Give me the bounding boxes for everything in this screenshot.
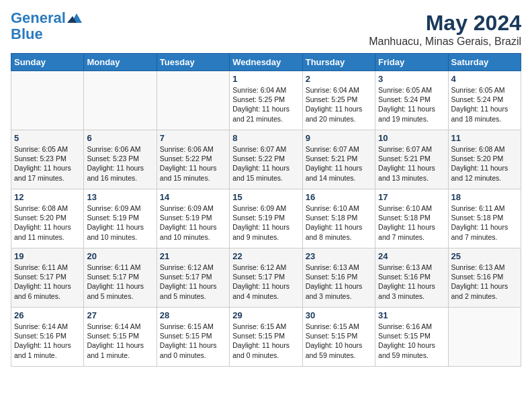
cell-info: Sunrise: 6:12 AM [160, 263, 226, 272]
calendar-cell: 5Sunrise: 6:05 AMSunset: 5:23 PMDaylight… [11, 130, 84, 189]
cell-info: Sunset: 5:18 PM [451, 213, 518, 222]
cell-info: Daylight: 11 hours and 0 minutes. [232, 340, 299, 359]
day-number: 17 [378, 192, 445, 202]
cell-info: Daylight: 11 hours and 4 minutes. [232, 281, 299, 300]
day-number: 14 [160, 192, 226, 202]
day-number: 2 [306, 74, 372, 84]
calendar-week-1: 1Sunrise: 6:04 AMSunset: 5:25 PMDaylight… [11, 71, 521, 130]
day-number: 29 [232, 310, 299, 320]
logo: General Blue [11, 11, 82, 43]
cell-info: Daylight: 11 hours and 2 minutes. [451, 281, 518, 300]
calendar-cell: 27Sunrise: 6:14 AMSunset: 5:15 PMDayligh… [84, 308, 157, 367]
cell-info: Sunrise: 6:05 AM [378, 85, 445, 95]
calendar-cell: 29Sunrise: 6:15 AMSunset: 5:15 PMDayligh… [230, 308, 302, 367]
cell-info: Sunrise: 6:04 AM [232, 85, 299, 95]
calendar-cell: 18Sunrise: 6:11 AMSunset: 5:18 PMDayligh… [448, 189, 521, 248]
cell-info: Sunrise: 6:10 AM [306, 203, 372, 213]
cell-info: Sunset: 5:24 PM [451, 95, 518, 104]
calendar-cell: 2Sunrise: 6:04 AMSunset: 5:25 PMDaylight… [302, 71, 375, 130]
calendar-cell [11, 71, 84, 130]
day-number: 25 [451, 251, 518, 261]
cell-info: Sunrise: 6:07 AM [378, 144, 445, 154]
calendar-cell: 31Sunrise: 6:16 AMSunset: 5:15 PMDayligh… [375, 308, 448, 367]
day-header-thursday: Thursday [302, 54, 375, 71]
cell-info: Daylight: 11 hours and 5 minutes. [87, 281, 153, 300]
cell-info: Sunrise: 6:09 AM [232, 203, 299, 213]
cell-info: Sunrise: 6:09 AM [87, 203, 153, 213]
cell-info: Sunset: 5:24 PM [378, 95, 445, 104]
calendar-body: 1Sunrise: 6:04 AMSunset: 5:25 PMDaylight… [11, 71, 521, 367]
calendar-cell: 12Sunrise: 6:08 AMSunset: 5:20 PMDayligh… [11, 189, 84, 248]
cell-info: Daylight: 11 hours and 5 minutes. [160, 281, 226, 300]
day-number: 4 [451, 74, 518, 84]
day-number: 1 [232, 74, 299, 84]
cell-info: Sunrise: 6:12 AM [232, 263, 299, 272]
day-number: 27 [87, 310, 153, 320]
cell-info: Daylight: 11 hours and 15 minutes. [160, 163, 226, 182]
calendar-cell: 1Sunrise: 6:04 AMSunset: 5:25 PMDaylight… [230, 71, 302, 130]
calendar-header-row: SundayMondayTuesdayWednesdayThursdayFrid… [11, 54, 521, 71]
cell-info: Daylight: 11 hours and 6 minutes. [14, 281, 81, 300]
cell-info: Sunrise: 6:05 AM [14, 144, 81, 154]
cell-info: Sunrise: 6:16 AM [378, 322, 445, 331]
cell-info: Daylight: 11 hours and 19 minutes. [378, 104, 445, 123]
day-number: 18 [451, 192, 518, 202]
day-number: 12 [14, 192, 81, 202]
cell-info: Sunrise: 6:14 AM [87, 322, 153, 331]
cell-info: Sunset: 5:17 PM [160, 272, 226, 281]
day-number: 23 [306, 251, 372, 261]
cell-info: Daylight: 11 hours and 7 minutes. [378, 222, 445, 241]
cell-info: Daylight: 11 hours and 21 minutes. [232, 104, 299, 123]
cell-info: Sunset: 5:16 PM [451, 272, 518, 281]
calendar-cell: 28Sunrise: 6:15 AMSunset: 5:15 PMDayligh… [157, 308, 229, 367]
cell-info: Sunset: 5:25 PM [306, 95, 372, 104]
day-number: 8 [232, 133, 299, 143]
cell-info: Daylight: 11 hours and 16 minutes. [87, 163, 153, 182]
cell-info: Daylight: 11 hours and 13 minutes. [378, 163, 445, 182]
day-number: 22 [232, 251, 299, 261]
cell-info: Sunset: 5:19 PM [232, 213, 299, 222]
cell-info: Sunset: 5:16 PM [14, 331, 81, 340]
cell-info: Sunrise: 6:11 AM [87, 263, 153, 272]
cell-info: Sunset: 5:19 PM [87, 213, 153, 222]
cell-info: Sunset: 5:22 PM [232, 154, 299, 163]
cell-info: Sunset: 5:19 PM [160, 213, 226, 222]
calendar-table: SundayMondayTuesdayWednesdayThursdayFrid… [11, 53, 521, 367]
cell-info: Sunrise: 6:11 AM [451, 203, 518, 213]
cell-info: Sunset: 5:18 PM [306, 213, 372, 222]
calendar-week-3: 12Sunrise: 6:08 AMSunset: 5:20 PMDayligh… [11, 189, 521, 248]
calendar-cell [448, 308, 521, 367]
calendar-subtitle: Manhuacu, Minas Gerais, Brazil [369, 36, 521, 48]
cell-info: Sunset: 5:21 PM [378, 154, 445, 163]
cell-info: Daylight: 11 hours and 7 minutes. [451, 222, 518, 241]
calendar-cell: 25Sunrise: 6:13 AMSunset: 5:16 PMDayligh… [448, 248, 521, 308]
day-number: 24 [378, 251, 445, 261]
calendar-cell: 30Sunrise: 6:15 AMSunset: 5:15 PMDayligh… [302, 308, 375, 367]
day-number: 30 [306, 310, 372, 320]
day-number: 16 [306, 192, 372, 202]
day-number: 26 [14, 310, 81, 320]
logo-blue: Blue [11, 26, 43, 43]
cell-info: Daylight: 11 hours and 12 minutes. [451, 163, 518, 182]
cell-info: Daylight: 11 hours and 18 minutes. [451, 104, 518, 123]
cell-info: Sunset: 5:15 PM [306, 331, 372, 340]
cell-info: Sunrise: 6:06 AM [160, 144, 226, 154]
cell-info: Sunrise: 6:08 AM [451, 144, 518, 154]
cell-info: Sunrise: 6:15 AM [232, 322, 299, 331]
cell-info: Daylight: 11 hours and 1 minute. [14, 340, 81, 359]
logo-icon [67, 11, 82, 26]
day-number: 28 [160, 310, 226, 320]
cell-info: Sunrise: 6:08 AM [14, 203, 81, 213]
day-header-saturday: Saturday [448, 54, 521, 71]
page-header: General Blue May 2024 Manhuacu, Minas Ge… [11, 11, 521, 48]
calendar-week-4: 19Sunrise: 6:11 AMSunset: 5:17 PMDayligh… [11, 248, 521, 308]
cell-info: Daylight: 11 hours and 20 minutes. [306, 104, 372, 123]
calendar-cell: 19Sunrise: 6:11 AMSunset: 5:17 PMDayligh… [11, 248, 84, 308]
calendar-week-2: 5Sunrise: 6:05 AMSunset: 5:23 PMDaylight… [11, 130, 521, 189]
calendar-cell: 7Sunrise: 6:06 AMSunset: 5:22 PMDaylight… [157, 130, 229, 189]
cell-info: Daylight: 11 hours and 17 minutes. [14, 163, 81, 182]
calendar-cell: 9Sunrise: 6:07 AMSunset: 5:21 PMDaylight… [302, 130, 375, 189]
logo-text: General [11, 11, 66, 26]
cell-info: Sunrise: 6:15 AM [160, 322, 226, 331]
title-area: May 2024 Manhuacu, Minas Gerais, Brazil [369, 11, 521, 48]
